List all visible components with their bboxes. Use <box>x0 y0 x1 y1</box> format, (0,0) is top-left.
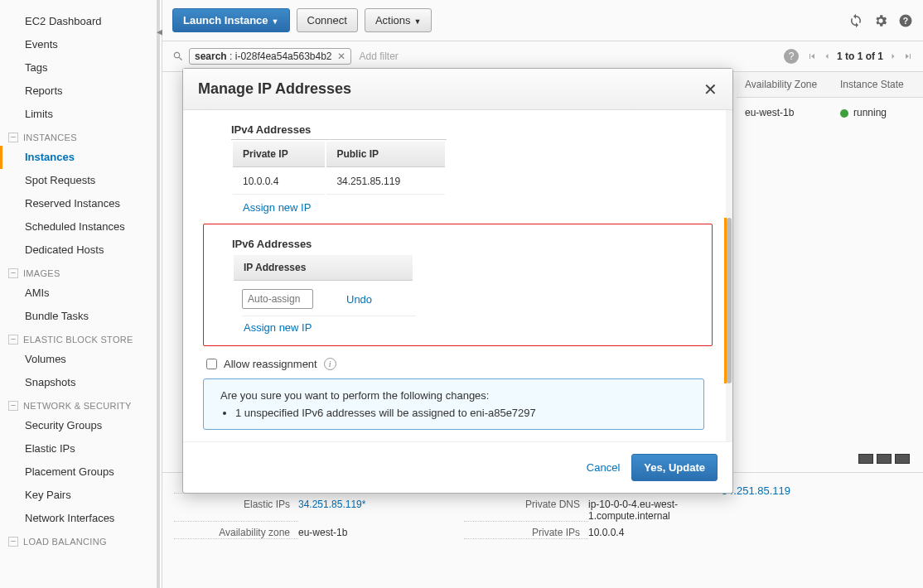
allow-reassignment-label: Allow reassignment <box>224 358 317 370</box>
yes-update-button[interactable]: Yes, Update <box>631 454 718 481</box>
ipv6-highlight-box: IPv6 Addresses IP Addresses Undo Assign … <box>203 224 713 346</box>
ipv6-table: IP Addresses <box>232 253 414 282</box>
modal-scrollbar[interactable] <box>726 110 732 441</box>
ipv4-table: Private IPPublic IP 10.0.0.434.251.85.11… <box>231 139 447 196</box>
scrollbar-thumb[interactable] <box>727 218 732 383</box>
ipv6-section-title: IPv6 Addresses <box>232 238 703 250</box>
modal-header: Manage IP Addresses ✕ <box>183 69 732 110</box>
info-icon[interactable]: i <box>324 358 336 370</box>
assign-new-ipv6-link[interactable]: Assign new IP <box>244 321 312 334</box>
table-row: 10.0.0.434.251.85.119 <box>233 169 445 195</box>
ipv6-auto-assign-input[interactable] <box>242 289 313 309</box>
assign-new-ipv4-link[interactable]: Assign new IP <box>243 201 311 214</box>
cancel-button[interactable]: Cancel <box>587 461 620 474</box>
modal-footer: Cancel Yes, Update <box>183 441 732 493</box>
undo-link[interactable]: Undo <box>346 293 372 306</box>
allow-reassignment-checkbox[interactable] <box>206 359 217 369</box>
close-icon[interactable]: ✕ <box>703 81 718 98</box>
manage-ip-modal: Manage IP Addresses ✕ IPv4 Addresses Pri… <box>182 68 733 494</box>
confirmation-box: Are you sure you want to perform the fol… <box>203 378 704 430</box>
modal-title: Manage IP Addresses <box>198 80 351 98</box>
ipv4-section-title: IPv4 Addresses <box>231 123 713 136</box>
